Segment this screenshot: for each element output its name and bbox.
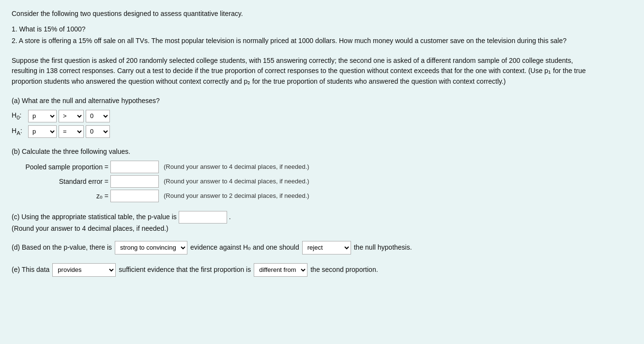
part-b: (b) Calculate the three following values… [12, 147, 632, 202]
part-e: (e) This data provides does not provide … [12, 263, 632, 277]
pooled-hint: (Round your answer to 4 decimal places, … [164, 163, 309, 170]
z0-row: z₀ = (Round your answer to 2 decimal pla… [12, 190, 632, 202]
pvalue-hint: (Round your answer to 4 decimal places, … [12, 224, 632, 232]
part-e-middle: sufficient evidence that the first propo… [119, 264, 251, 276]
part-a-label: (a) What are the null and alternative hy… [12, 96, 632, 106]
part-e-row: (e) This data provides does not provide … [12, 263, 632, 277]
comparison-select[interactable]: different from greater than less than eq… [254, 263, 307, 277]
ha-row: HA: p p₁-p₂ p̂ > < = ≠ ≥ ≤ 0 0.5 1 [12, 125, 632, 138]
numbered-questions: 1. What is 15% of 1000? 2. A store is of… [12, 24, 632, 47]
part-d-suffix: the null hypothesis. [354, 241, 412, 254]
desc-line-2: resulting in 138 correct responses. Carr… [12, 66, 632, 76]
se-label: Standard error = [12, 178, 108, 185]
pooled-row: Pooled sample proportion = (Round your a… [12, 161, 632, 173]
question-1: 1. What is 15% of 1000? [12, 24, 632, 35]
part-c: (c) Using the appropriate statistical ta… [12, 211, 632, 232]
pvalue-period: . [229, 211, 231, 223]
part-a: (a) What are the null and alternative hy… [12, 96, 632, 138]
intro-text: Consider the following two questions des… [12, 9, 632, 19]
z0-label: z₀ = [12, 192, 108, 200]
h0-op-select[interactable]: > < = ≠ ≥ ≤ [59, 110, 84, 122]
part-d-row: (d) Based on the p-value, there is stron… [12, 241, 632, 254]
desc-line-3: proportion students who answered the que… [12, 76, 632, 87]
se-hint: (Round your answer to 4 decimal places, … [164, 178, 309, 185]
part-d-prefix: (d) Based on the p-value, there is [12, 241, 112, 254]
description: Suppose the first question is asked of 2… [12, 56, 632, 87]
ha-var-select[interactable]: p p₁-p₂ p̂ [28, 125, 57, 138]
se-input[interactable] [110, 175, 159, 188]
z0-hint: (Round your answer to 2 decimal places, … [164, 192, 309, 199]
part-b-label: (b) Calculate the three following values… [12, 147, 632, 157]
pooled-label: Pooled sample proportion = [12, 163, 108, 171]
pvalue-input[interactable] [179, 211, 227, 224]
provides-select[interactable]: provides does not provide [52, 263, 116, 277]
part-e-suffix: the second proportion. [310, 264, 378, 276]
h0-label: H0: [12, 111, 26, 120]
z0-input[interactable] [110, 190, 159, 202]
h0-row: H0: p p₁-p₂ p̂ > < = ≠ ≥ ≤ 0 0.5 1 [12, 110, 632, 122]
part-d: (d) Based on the p-value, there is stron… [12, 241, 632, 254]
evidence-select[interactable]: strong to convincing little to no some m… [115, 241, 187, 254]
part-d-middle: evidence against H₀ and one should [190, 241, 299, 254]
desc-line-1: Suppose the first question is asked of 2… [12, 56, 632, 66]
pvalue-row: (c) Using the appropriate statistical ta… [12, 211, 632, 224]
ha-val-select[interactable]: 0 0.5 1 [86, 125, 110, 138]
pooled-input[interactable] [110, 161, 159, 173]
part-e-prefix: (e) This data [12, 264, 49, 276]
pvalue-prefix: (c) Using the appropriate statistical ta… [12, 211, 177, 223]
question-2: 2. A store is offering a 15% off sale on… [12, 35, 632, 47]
h0-val-select[interactable]: 0 0.5 1 [86, 110, 110, 122]
ha-label: HA: [12, 127, 26, 136]
h0-var-select[interactable]: p p₁-p₂ p̂ [28, 110, 57, 122]
action-select[interactable]: reject fail to reject [302, 241, 351, 254]
ha-op-select[interactable]: > < = ≠ ≥ ≤ [59, 125, 84, 138]
se-row: Standard error = (Round your answer to 4… [12, 175, 632, 188]
